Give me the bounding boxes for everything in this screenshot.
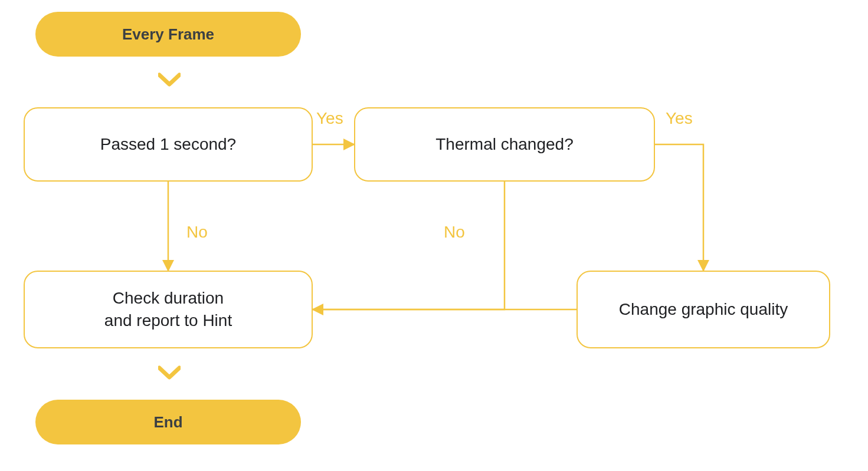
process-check-duration: Check duration and report to Hint	[24, 271, 313, 348]
decision-passed-1-second: Passed 1 second?	[24, 107, 313, 182]
start-node: Every Frame	[35, 12, 301, 57]
end-label: End	[153, 413, 182, 432]
process2-label: Change graphic quality	[619, 298, 788, 321]
edge-label-d1-yes: Yes	[316, 109, 343, 128]
edge-d2-no	[313, 182, 505, 309]
process1-label: Check duration and report to Hint	[104, 287, 232, 332]
decision1-label: Passed 1 second?	[100, 133, 236, 156]
chevron-down-icon	[158, 365, 181, 384]
edge-label-d2-no: No	[444, 223, 465, 242]
decision-thermal-changed: Thermal changed?	[354, 107, 655, 182]
flowchart-canvas: Every Frame Passed 1 second? Thermal cha…	[0, 0, 868, 471]
end-node: End	[35, 400, 301, 444]
edge-label-d1-no: No	[186, 223, 208, 242]
process-change-graphic-quality: Change graphic quality	[577, 271, 830, 348]
chevron-down-icon	[158, 73, 181, 91]
start-label: Every Frame	[122, 25, 214, 44]
edge-d2-yes	[655, 144, 703, 271]
edge-label-d2-yes: Yes	[666, 109, 693, 128]
decision2-label: Thermal changed?	[435, 133, 573, 156]
